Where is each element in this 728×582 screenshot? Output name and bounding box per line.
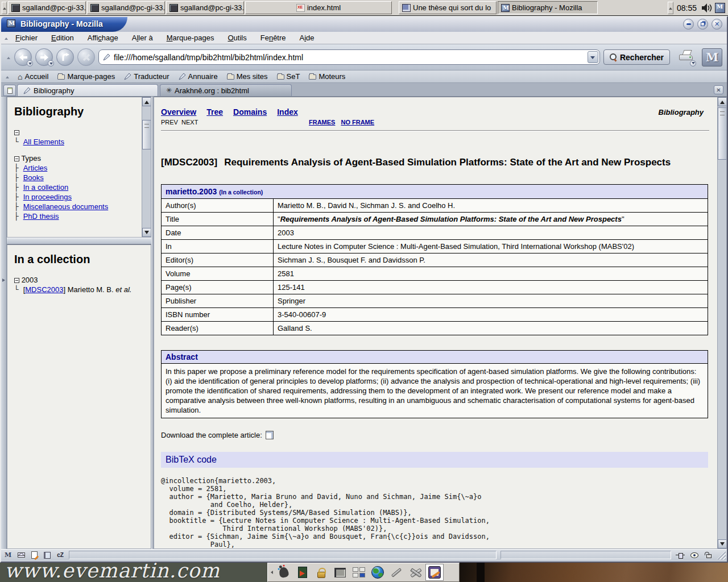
taskbar-button[interactable]: Bibliography - Mozilla (498, 1, 598, 14)
bookmark-marquepages[interactable]: Marque-pages (57, 72, 115, 81)
sidebar-scrollbar[interactable] (142, 97, 151, 237)
menu-edition[interactable]: Edition (44, 32, 81, 43)
print-button[interactable] (678, 50, 695, 65)
gnome-foot-icon[interactable] (275, 564, 292, 580)
bookmark-set[interactable]: SeT (277, 72, 300, 81)
noframe-link[interactable]: NO FRAME (341, 119, 374, 126)
sidebar-link-in-proceedings[interactable]: In proceedings (23, 193, 72, 201)
globe-icon[interactable] (369, 564, 386, 580)
doc-link-domains[interactable]: Domains (233, 107, 267, 117)
reload-button[interactable] (56, 48, 74, 66)
entry-link[interactable]: MDSC2003 (25, 285, 63, 294)
taskbar-button[interactable]: index.html (245, 1, 392, 14)
bookmark-messites[interactable]: Mes sites (227, 72, 268, 81)
menu-fentre[interactable]: Fenêtre (254, 32, 293, 43)
menu-aller[interactable]: Aller à (125, 32, 160, 43)
collapse-icon[interactable] (14, 130, 19, 135)
download-article-icon[interactable] (266, 431, 274, 439)
menu-affichage[interactable]: Affichage (81, 32, 125, 43)
doc-link-overview[interactable]: Overview (161, 107, 196, 117)
main-scrollbar[interactable] (717, 97, 726, 548)
logout-icon[interactable] (294, 564, 311, 580)
frames-link[interactable]: FRAMES (309, 119, 335, 126)
navbar-grip[interactable] (6, 47, 11, 68)
personal-toolbar-grip[interactable] (5, 72, 10, 81)
taskbar-button[interactable]: sgalland@pc-gi-33.utbn (166, 1, 244, 14)
tools-icon[interactable] (407, 564, 424, 580)
composer-icon[interactable] (28, 551, 40, 560)
scroll-up-button[interactable] (718, 97, 727, 106)
back-button[interactable] (14, 48, 32, 66)
url-dropdown-button[interactable] (588, 51, 598, 63)
collection-title: In a collection (14, 253, 145, 266)
sidebar-link-in-a-collection[interactable]: In a collection (23, 183, 69, 192)
cookie-icon[interactable] (688, 551, 701, 559)
mail-icon[interactable] (15, 551, 27, 560)
menu-outils[interactable]: Outils (221, 32, 253, 43)
scroll-thumb[interactable] (718, 107, 727, 160)
throbber-logo[interactable]: M (702, 48, 722, 66)
menubar-grip[interactable] (3, 33, 9, 43)
sidebar-frame-splitter[interactable] (7, 238, 151, 244)
tree-connector: ├ (14, 193, 23, 201)
panel-collapse-grip[interactable] (2, 2, 7, 14)
back-history-dropdown[interactable] (27, 60, 33, 66)
forward-history-dropdown[interactable] (48, 60, 54, 66)
tab-arakhnorgbib2html[interactable]: ✳Arakhnê.org : bib2html (160, 84, 292, 96)
sidebar-link-articles[interactable]: Articles (23, 164, 48, 172)
sidebar-link-all-elements[interactable]: All Elements (23, 138, 64, 146)
bookmark-accueil[interactable]: ⌂Accueil (18, 72, 48, 81)
mozilla-launcher-icon[interactable] (715, 3, 725, 13)
taskbar-button[interactable]: sgalland@pc-gi-33.utbn (8, 1, 86, 14)
sidebar-splitter[interactable] (1, 97, 7, 549)
bookmark-annuaire[interactable]: Annuaire (179, 72, 218, 81)
scroll-up-button[interactable] (142, 97, 151, 106)
print-dropdown[interactable] (690, 60, 696, 66)
scroll-down-button[interactable] (718, 539, 727, 548)
scroll-thumb[interactable] (142, 120, 151, 149)
collapse-icon[interactable] (14, 156, 19, 161)
text-editor-icon[interactable] (425, 564, 444, 581)
menu-marquepages[interactable]: Marque-pages (160, 32, 221, 43)
offline-icon[interactable] (674, 551, 686, 559)
security-icon[interactable] (702, 551, 715, 559)
forward-button[interactable] (35, 48, 53, 66)
tab-bibliography[interactable]: Bibliography (17, 84, 158, 96)
navigator-icon[interactable]: M (2, 551, 14, 560)
volume-icon[interactable] (701, 3, 713, 13)
bookmark-moteurs[interactable]: Moteurs (309, 72, 345, 81)
menu-fichier[interactable]: Fichier (9, 32, 44, 43)
sidebar-link-miscellaneous-documents[interactable]: Miscellaneous documents (23, 202, 109, 211)
workspace-pager[interactable] (350, 564, 367, 580)
scroll-down-button[interactable] (142, 228, 151, 237)
sidebar-link-phd-thesis[interactable]: PhD thesis (23, 212, 59, 221)
bookmark-traducteur[interactable]: Traducteur (124, 72, 169, 81)
search-button[interactable]: Rechercher (603, 49, 670, 65)
window-resize-grip[interactable] (717, 551, 726, 560)
menu-aide[interactable]: Aide (293, 32, 321, 43)
lock-icon[interactable] (313, 564, 330, 580)
bottom-panel-grip[interactable] (269, 564, 274, 580)
maximize-button[interactable] (697, 19, 708, 30)
minimize-button[interactable] (683, 19, 694, 30)
terminal-icon[interactable] (332, 564, 349, 580)
status-bar: M cZ (1, 549, 727, 560)
doc-link-tree[interactable]: Tree (206, 107, 223, 117)
close-button[interactable]: ✕ (712, 19, 722, 30)
row-value: "Requirements Analysis of Agent-Based Si… (274, 213, 708, 226)
tab-close-button[interactable]: ✕ (714, 85, 723, 94)
taskbar-button[interactable]: Une thèse qui sort du lo (399, 1, 497, 14)
panel-collapse-grip-right[interactable] (668, 2, 673, 14)
taskbar-button[interactable]: sgalland@pc-gi-33.utbn (87, 1, 165, 14)
doc-link-index[interactable]: Index (277, 107, 298, 117)
stick-icon[interactable] (388, 564, 405, 580)
addressbook-icon[interactable] (42, 551, 53, 560)
sidebar-link-books[interactable]: Books (23, 173, 44, 182)
chatzilla-icon[interactable]: cZ (55, 551, 66, 560)
url-bar[interactable]: file:///home/sgalland/tmp/bib2html/bib2h… (98, 49, 600, 65)
stop-button[interactable] (77, 48, 95, 66)
new-tab-button[interactable] (3, 85, 16, 96)
titlebar[interactable]: Bibliography - Mozilla ✕ (1, 17, 727, 32)
url-input[interactable]: file:///home/sgalland/tmp/bib2html/bib2h… (114, 53, 584, 62)
collapse-icon[interactable] (14, 278, 19, 283)
